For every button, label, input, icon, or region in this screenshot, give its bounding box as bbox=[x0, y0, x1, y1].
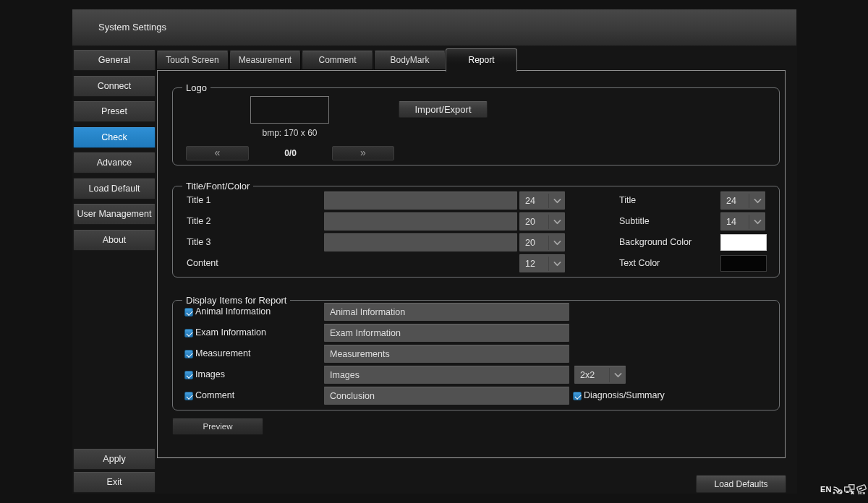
dropdown-divider bbox=[749, 215, 749, 229]
animal-information-input[interactable] bbox=[324, 303, 569, 321]
dropdown-divider bbox=[548, 257, 549, 271]
tab-measurement[interactable]: Measurement bbox=[229, 51, 301, 70]
diagnosis-summary-checkbox[interactable] bbox=[573, 392, 582, 400]
tab-touch-screen[interactable]: Touch Screen bbox=[156, 51, 229, 70]
status-tray: EN DICM bbox=[816, 483, 868, 496]
dropdown-divider bbox=[548, 194, 549, 208]
preview-button[interactable]: Preview bbox=[172, 418, 263, 435]
load-defaults-button[interactable]: Load Defaults bbox=[696, 476, 786, 493]
background-color-label: Background Color bbox=[619, 233, 692, 252]
subtitle-size-select[interactable]: 14 bbox=[720, 212, 765, 231]
network-disconnected-icon bbox=[844, 484, 855, 494]
images-layout-value: 2x2 bbox=[580, 366, 595, 384]
sidebar-item-user-management[interactable]: User Management bbox=[73, 204, 156, 225]
title-label: Title bbox=[619, 192, 636, 210]
logo-prev-button[interactable]: « bbox=[186, 146, 249, 160]
logo-counter: 0/0 bbox=[249, 146, 332, 160]
exam-information-checkbox[interactable] bbox=[184, 329, 193, 338]
svg-text:DICM: DICM bbox=[858, 491, 866, 494]
comment-checkbox[interactable] bbox=[184, 392, 193, 400]
animal-information-label: Animal Information bbox=[195, 303, 271, 321]
logo-preview-box bbox=[250, 96, 329, 124]
dicom-printer-icon: DICM bbox=[856, 484, 867, 494]
chevron-down-icon bbox=[754, 199, 762, 204]
titlebar: System Settings bbox=[72, 9, 796, 46]
exam-information-input[interactable] bbox=[324, 324, 569, 342]
title3-label: Title 3 bbox=[187, 233, 211, 252]
chevron-down-icon bbox=[553, 199, 561, 204]
logo-group-legend: Logo bbox=[182, 82, 210, 93]
tab-bodymark[interactable]: BodyMark bbox=[374, 51, 446, 70]
images-checkbox[interactable] bbox=[184, 371, 193, 379]
system-settings-dialog: System Settings General Connect Preset C… bbox=[72, 9, 797, 494]
subtitle-size-value: 14 bbox=[726, 213, 736, 231]
images-input[interactable] bbox=[324, 366, 569, 384]
sidebar-item-about[interactable]: About bbox=[73, 230, 156, 251]
title2-size-value: 20 bbox=[525, 213, 535, 231]
exit-button[interactable]: Exit bbox=[73, 472, 156, 493]
sidebar-item-check[interactable]: Check bbox=[73, 127, 156, 148]
content-size-select[interactable]: 12 bbox=[519, 254, 565, 272]
tab-comment[interactable]: Comment bbox=[302, 51, 373, 70]
chevron-down-icon bbox=[754, 220, 762, 225]
diagnosis-summary-label: Diagnosis/Summary bbox=[584, 387, 665, 405]
title3-input[interactable] bbox=[324, 233, 517, 252]
window-title: System Settings bbox=[98, 9, 166, 46]
dropdown-divider bbox=[609, 368, 610, 382]
sidebar-item-load-default[interactable]: Load Default bbox=[73, 179, 156, 199]
dropdown-divider bbox=[548, 236, 549, 250]
images-label: Images bbox=[195, 366, 225, 384]
measurement-label: Measurement bbox=[195, 345, 250, 363]
title2-input[interactable] bbox=[324, 212, 517, 231]
title2-label: Title 2 bbox=[187, 212, 211, 231]
chevron-down-icon bbox=[553, 241, 561, 246]
background-color-swatch[interactable] bbox=[720, 234, 767, 251]
title-size-select[interactable]: 24 bbox=[720, 192, 765, 210]
title1-size-value: 24 bbox=[525, 192, 535, 210]
sidebar-item-connect[interactable]: Connect bbox=[73, 76, 156, 97]
title3-size-value: 20 bbox=[525, 234, 535, 252]
subtitle-label: Subtitle bbox=[619, 212, 650, 231]
comment-label: Comment bbox=[195, 387, 234, 405]
wifi-disconnected-icon bbox=[833, 484, 843, 494]
title1-label: Title 1 bbox=[187, 192, 211, 210]
title2-size-select[interactable]: 20 bbox=[519, 212, 565, 231]
chevron-down-icon bbox=[553, 220, 561, 225]
content-size-value: 12 bbox=[525, 255, 535, 272]
import-export-button[interactable]: Import/Export bbox=[399, 101, 488, 118]
title3-size-select[interactable]: 20 bbox=[519, 233, 565, 252]
sidebar-item-advance[interactable]: Advance bbox=[73, 152, 156, 173]
images-layout-select[interactable]: 2x2 bbox=[574, 366, 626, 384]
title-font-color-legend: Title/Font/Color bbox=[182, 181, 253, 192]
chevron-down-icon bbox=[553, 262, 561, 267]
exam-information-label: Exam Information bbox=[195, 324, 266, 342]
sidebar-item-preset[interactable]: Preset bbox=[73, 101, 156, 122]
title1-size-select[interactable]: 24 bbox=[519, 192, 565, 210]
logo-next-button[interactable]: » bbox=[332, 146, 394, 160]
dropdown-divider bbox=[749, 194, 749, 208]
title1-input[interactable] bbox=[324, 192, 517, 210]
apply-button[interactable]: Apply bbox=[73, 449, 156, 470]
comment-input[interactable] bbox=[324, 387, 569, 405]
dropdown-divider bbox=[548, 215, 549, 229]
content-label: Content bbox=[187, 254, 218, 272]
measurement-input[interactable] bbox=[324, 345, 569, 363]
title-size-value: 24 bbox=[726, 192, 736, 210]
logo-size-hint: bmp: 170 x 60 bbox=[214, 128, 365, 138]
language-indicator: EN bbox=[820, 485, 832, 494]
chevron-down-icon bbox=[614, 373, 622, 378]
measurement-checkbox[interactable] bbox=[184, 350, 193, 358]
text-color-label: Text Color bbox=[619, 254, 660, 272]
animal-information-checkbox[interactable] bbox=[184, 308, 193, 317]
text-color-swatch[interactable] bbox=[720, 255, 767, 272]
sidebar-item-general[interactable]: General bbox=[73, 50, 156, 71]
tab-report[interactable]: Report bbox=[446, 48, 517, 72]
